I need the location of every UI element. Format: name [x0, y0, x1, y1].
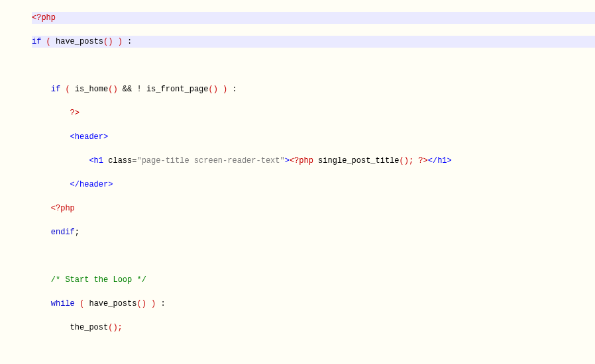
code-line: <h1 class="page-title screen-reader-text…: [32, 155, 595, 167]
code-line: </header>: [32, 179, 595, 191]
code-line: ?>: [32, 107, 595, 119]
keyword-if: if: [32, 37, 41, 46]
code-line: <?php: [32, 12, 595, 24]
html-h1-close: </h1>: [428, 156, 452, 165]
code-content[interactable]: <?php if ( have_posts() ) : if ( is_home…: [32, 0, 595, 364]
func-the-post: the_post: [70, 323, 109, 332]
code-line: <header>: [32, 131, 595, 143]
code-line: the_post();: [32, 322, 595, 334]
keyword-while: while: [51, 299, 75, 308]
php-open-tag: <?php: [51, 204, 75, 213]
comment: /* Start the Loop */: [51, 275, 146, 285]
code-line: [32, 345, 595, 357]
func-have-posts: have_posts: [56, 37, 103, 46]
code-line: if ( is_home() && ! is_front_page() ) :: [32, 83, 595, 95]
html-header-open: <header>: [70, 132, 109, 142]
func-single-post-title: single_post_title: [313, 156, 400, 165]
line-gutter: [0, 0, 32, 364]
php-open-tag: <?php: [32, 13, 56, 23]
code-line: <?php: [32, 203, 595, 214]
func-is-front-page: is_front_page: [146, 85, 209, 94]
html-header-close: </header>: [70, 180, 113, 189]
code-editor[interactable]: <?php if ( have_posts() ) : if ( is_home…: [0, 0, 595, 364]
code-line: while ( have_posts() ) :: [32, 298, 595, 310]
func-is-home: is_home: [75, 85, 108, 94]
code-line: /* Start the Loop */: [32, 274, 595, 286]
keyword-if: if: [51, 85, 60, 94]
code-line: [32, 60, 595, 71]
html-h1-open: <h1: [89, 156, 108, 165]
keyword-endif: endif: [51, 228, 75, 237]
code-line: [32, 250, 595, 262]
code-line: if ( have_posts() ) :: [32, 36, 595, 48]
php-close-tag: ?>: [70, 109, 80, 118]
code-line: endif;: [32, 226, 595, 238]
func-have-posts: have_posts: [89, 299, 136, 308]
